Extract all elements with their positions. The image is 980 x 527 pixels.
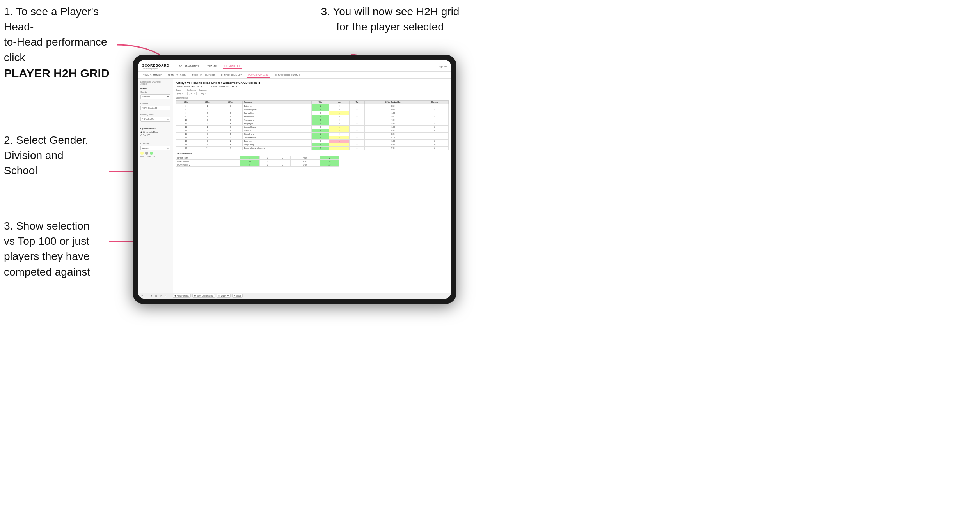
undo-btn-2[interactable]: ↩ (159, 294, 162, 297)
sub-nav-player-summary[interactable]: PLAYER SUMMARY (220, 73, 243, 77)
chevron-down-icon: ▼ (167, 95, 169, 98)
colour-dot-level (145, 152, 148, 155)
sub-nav-team-heatmap[interactable]: TEAM H2H HEATMAP (191, 73, 216, 77)
table-row: 13 1 1 Jessica Huang 0 1 0 -3.00 2 (176, 126, 449, 129)
table-row: 15 8 5 Stella Cheng 1 0 0 1.25 4 (176, 133, 449, 136)
brand: SCOREBOARD Powered by clippd (142, 64, 169, 70)
radio-dot-2 (140, 134, 142, 136)
chevron-watch: ▼ (227, 295, 229, 297)
col-win: Win (311, 101, 329, 104)
sidebar: Last Updated: 27/03/2024 16:55:38 Player… (138, 79, 173, 293)
region-select[interactable]: (All) ▼ (176, 92, 185, 95)
col-div: # Div (176, 101, 196, 104)
grid-records: Overall Record: 353 - 34 - 6 Division Re… (176, 85, 449, 88)
grid-btn[interactable]: ⊞ (154, 294, 158, 297)
sidebar-player-rank-label: Player (Rank) (140, 113, 170, 116)
sidebar-player-rank-section: Player (Rank) 8. Katelyn Vo ▼ (140, 113, 170, 122)
colour-labels: Down Level Up (140, 156, 170, 157)
col-diff: Diff Av Strokes/Rnd (365, 101, 421, 104)
chevron-down-icon-4: ▼ (167, 147, 169, 149)
brand-sub: Powered by clippd (142, 67, 169, 70)
col-opponent: Opponent (243, 101, 312, 104)
overall-record: Overall Record: 353 - 34 - 6 (176, 85, 202, 88)
radio-top-100[interactable]: Top 100 (140, 134, 170, 136)
sidebar-gender-select[interactable]: Women's ▼ (140, 94, 170, 99)
redo-btn[interactable]: ↪ (145, 294, 148, 297)
instruction-top-right: 3. You will now see H2H grid for the pla… (293, 4, 488, 34)
filter-row: Region (All) ▼ Conference (All) ▼ (176, 89, 449, 95)
opponents-label: Opponents: (All) (176, 97, 449, 99)
chevron-down-icon-2: ▼ (167, 107, 169, 109)
sidebar-division-select[interactable]: NCAA Division III ▼ (140, 106, 170, 110)
table-row: 19 10 6 Emily Chang 4 1 0 0.30 11 (176, 143, 449, 147)
table-row: 16 1 3 Jessica Mason 1 2 0 -0.94 7 (176, 136, 449, 140)
save-custom-btn[interactable]: 💾 Save Custom View (192, 294, 215, 298)
table-row: 18 2 2 Euna Lee 0 1 0 -5.00 2 (176, 140, 449, 143)
nav-committee[interactable]: COMMITTEE (223, 64, 242, 69)
table-row: 9 1 4 Sharon Mun 1 0 0 3.67 3 (176, 115, 449, 118)
view-original-btn[interactable]: 👁 View: Original (173, 294, 191, 298)
watch-icon: 👁 (218, 295, 220, 297)
grid-title: Katelyn Vo Head-to-Head Grid for Women's… (176, 81, 449, 85)
sidebar-opponent-view: Opponent view Opponents Played Top 100 (140, 127, 170, 136)
table-row: 6 3 3 Sydney Kuo 0 1 0 -1.00 (176, 111, 449, 115)
tablet-screen: SCOREBOARD Powered by clippd TOURNAMENTS… (138, 60, 451, 299)
table-row: 20 11 7 Federica Domecq Lacroze 2 1 0 1.… (176, 147, 449, 150)
filter-opponent: Opponent (All) ▼ (199, 89, 208, 95)
sidebar-divider-2 (140, 140, 170, 140)
filter-region: Region (All) ▼ (176, 89, 185, 95)
table-row: 11 2 5 Heejo Hyun 1 0 0 3.33 3 (176, 122, 449, 126)
out-division-row: NAIA Division 1 15 0 0 9.267 30 (176, 160, 339, 163)
brand-title: SCOREBOARD (142, 64, 169, 67)
division-record: Division Record: 331 - 34 - 6 (210, 85, 237, 88)
sub-nav: TEAM SUMMARY TEAM H2H GRID TEAM H2H HEAT… (138, 72, 451, 79)
sidebar-player-label: Player (140, 87, 170, 90)
conference-select[interactable]: (All) ▼ (187, 92, 197, 95)
table-row: 5 2 2 Alexis Sudjianto 1 0 0 4.00 3 (176, 108, 449, 111)
col-loss: Loss (329, 101, 349, 104)
radio-opponents-played[interactable]: Opponents Played (140, 131, 170, 133)
sidebar-timestamp: Last Updated: 27/03/2024 16:55:38 (140, 81, 170, 85)
revert-btn[interactable]: ⟳ (150, 294, 153, 297)
colour-dot-down (140, 152, 144, 155)
eye-icon: 👁 (174, 295, 176, 297)
sub-nav-player-h2h-grid[interactable]: PLAYER H2H GRID (247, 73, 270, 78)
main-content: Last Updated: 27/03/2024 16:55:38 Player… (138, 79, 451, 293)
sub-nav-player-heatmap[interactable]: PLAYER H2H HEATMAP (273, 73, 301, 77)
app-nav: SCOREBOARD Powered by clippd TOURNAMENTS… (138, 60, 451, 72)
sign-out[interactable]: Sign out (439, 65, 447, 68)
out-division-row: Foreign Team 1 0 0 4.500 2 (176, 156, 339, 160)
chevron-down-icon-6: ▼ (194, 93, 195, 95)
nav-tournaments[interactable]: TOURNAMENTS (177, 64, 201, 69)
clock-icon: 🕐 (164, 294, 168, 297)
opponent-select[interactable]: (All) ▼ (199, 92, 208, 95)
save-icon: 💾 (194, 295, 196, 297)
chevron-down-icon-7: ▼ (205, 93, 207, 95)
sidebar-division-label: Division (140, 102, 170, 104)
instruction-top-left: 1. To see a Player's Head- to-Head perfo… (4, 4, 125, 81)
tablet-frame: SCOREBOARD Powered by clippd TOURNAMENTS… (133, 55, 456, 304)
out-division-title: Out of division (176, 152, 449, 155)
out-division-row: NCAA Division 2 5 0 0 7.400 10 (176, 163, 339, 167)
radio-dot-1 (140, 131, 142, 133)
table-row: 14 7 4 Eunice Yi 2 2 0 0.38 9 (176, 129, 449, 133)
sidebar-player-rank-select[interactable]: 8. Katelyn Vo ▼ (140, 117, 170, 122)
grid-area: Katelyn Vo Head-to-Head Grid for Women's… (173, 79, 451, 293)
h2h-table: # Div # Reg # Conf Opponent Win Loss Tie… (176, 100, 449, 150)
col-tie: Tie (349, 101, 365, 104)
col-reg: # Reg (196, 101, 218, 104)
table-row: 10 6 3 Andrea York 2 0 0 4.00 4 (176, 118, 449, 122)
nav-teams[interactable]: TEAMS (206, 64, 218, 69)
col-rounds: Rounds (421, 101, 448, 104)
sidebar-colour-select[interactable]: Win/loss ▼ (140, 146, 170, 150)
undo-btn[interactable]: ↩ (140, 294, 144, 297)
share-btn[interactable]: ↗ Share (232, 294, 243, 298)
bottom-toolbar: ↩ ↪ ⟳ ⊞ ↩ 🕐 👁 View: Original 💾 Save Cust… (138, 293, 451, 299)
filter-conference: Conference (All) ▼ (187, 89, 197, 95)
watch-btn[interactable]: 👁 Watch ▼ (217, 294, 231, 298)
sidebar-colour-section: Colour by Win/loss ▼ Down Level Up (140, 142, 170, 157)
sub-nav-team-summary[interactable]: TEAM SUMMARY (142, 73, 163, 77)
sub-nav-team-h2h-grid[interactable]: TEAM H2H GRID (167, 73, 187, 77)
separator-1 (170, 294, 170, 297)
instruction-mid-left: 2. Select Gender, Division and School (4, 133, 113, 179)
